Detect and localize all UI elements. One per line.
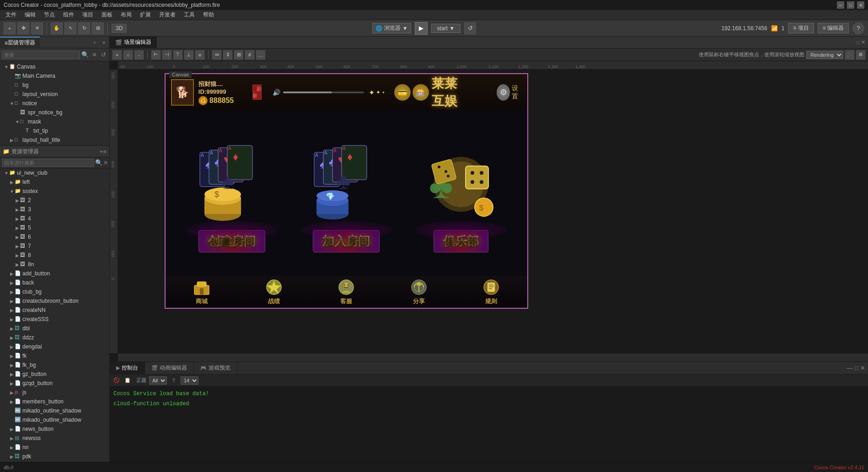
panel-settings-button[interactable]: ≡ (100, 39, 107, 46)
asset-tree-left[interactable]: ▶ 📁 left (0, 177, 109, 187)
tree-item-layout-hall-title[interactable]: ▶ □ layout_hall_title (0, 135, 109, 145)
sound-slider[interactable] (283, 91, 364, 93)
tab-game-preview[interactable]: 🎮 游戏预览 (194, 362, 237, 375)
console-font-size-select[interactable]: 14 (181, 376, 198, 385)
asset-createSSS[interactable]: ▶ 📄 createSSS (0, 315, 109, 324)
tree-item-main-camera[interactable]: 📷 Main Camera (0, 71, 109, 80)
toolbar-scale-button[interactable]: ⊞ (92, 22, 104, 34)
assets-list-button[interactable]: ≡ (104, 159, 107, 166)
footer-shop-button[interactable]: 商城 (179, 278, 225, 306)
hierarchy-filter-button[interactable]: ✕ (90, 51, 98, 59)
toolbar-3d-button[interactable]: 3D (112, 24, 127, 33)
asset-item-4[interactable]: ▶ 🖼 4 (0, 214, 109, 223)
help-button[interactable]: ? (852, 22, 864, 34)
asset-mikado1[interactable]: 🔤 mikado_outline_shadow (0, 406, 109, 415)
tab-console[interactable]: ▶ 控制台 (110, 362, 145, 375)
tree-item-spr-notice-bg[interactable]: 🖼 spr_notice_bg (0, 108, 109, 117)
hierarchy-refresh-button[interactable]: ↺ (99, 51, 107, 59)
camera-button[interactable]: 🎥 (845, 50, 854, 59)
toolbar-move-button[interactable]: ✥ (17, 22, 29, 34)
menu-help[interactable]: 帮助 (199, 10, 218, 20)
bottom-close-button[interactable]: ✕ (860, 365, 865, 371)
asset-gz-btn[interactable]: ▶ 📄 gz_button (0, 370, 109, 379)
asset-back[interactable]: ▶ 📄 back (0, 278, 109, 287)
scene-settings-button[interactable]: ⚙ (856, 50, 865, 59)
toolbar-rotate-button[interactable]: ↻ (78, 22, 90, 34)
menu-tools[interactable]: 工具 (180, 10, 198, 20)
zoom-fit-button[interactable]: ○ (123, 50, 133, 59)
tree-item-layout-version[interactable]: □ layout_version (0, 90, 109, 99)
footer-share-button[interactable]: 分享 (396, 278, 442, 306)
asset-pdk[interactable]: ▶ 🖼 pdk (0, 452, 109, 461)
tab-hierarchy[interactable]: ≡ 层级管理器 (0, 37, 40, 48)
distribute-h-button[interactable]: ⇔ (212, 50, 221, 59)
refresh-tag[interactable]: 刷新 (252, 85, 262, 100)
console-clear-button[interactable]: 🚫 (113, 376, 121, 385)
more-button[interactable]: … (256, 50, 265, 59)
browser-select[interactable]: 🌐 浏览器 ▼ (372, 23, 411, 33)
asset-item-5[interactable]: ▶ 🖼 5 (0, 223, 109, 232)
asset-dengdai[interactable]: ▶ 📄 dengdai (0, 342, 109, 351)
asset-item-6[interactable]: ▶ 🖼 6 (0, 232, 109, 241)
asset-mikado2[interactable]: 🔤 mikado_outline_shadow (0, 415, 109, 424)
play-button[interactable]: ▶ (415, 22, 428, 35)
menu-file[interactable]: 文件 (2, 10, 20, 20)
asset-item-3[interactable]: ▶ 🖼 3 (0, 205, 109, 214)
project-button[interactable]: ≡ 项目 (788, 23, 814, 33)
tab-scene-editor[interactable]: 🎬 场景编辑器 (110, 37, 157, 48)
settings-button[interactable]: ⚙ (497, 84, 510, 101)
grid-button[interactable]: # (245, 50, 254, 59)
menu-layout[interactable]: 布局 (117, 10, 135, 20)
assets-search-button[interactable]: 🔍 (95, 159, 103, 166)
align-center-button[interactable]: ⊣ (162, 50, 171, 59)
console-filter-button[interactable]: 📋 (123, 376, 132, 385)
menu-component[interactable]: 组件 (59, 10, 78, 20)
distribute-v-button[interactable]: ⇕ (223, 50, 232, 59)
toolbar-select-button[interactable]: ↖ (64, 22, 76, 34)
assets-search-input[interactable] (2, 159, 94, 167)
snap-button[interactable]: ⊞ (234, 50, 243, 59)
asset-newsss[interactable]: ▶ ▤ newsss (0, 434, 109, 443)
align-right-button[interactable]: ⊤ (173, 50, 182, 59)
asset-tree-ssstex[interactable]: ▼ 📁 ssstex (0, 187, 109, 196)
rendering-select[interactable]: Rendering (806, 51, 843, 59)
hierarchy-search-button[interactable]: 🔍 (81, 51, 89, 59)
assets-settings-button[interactable]: ≡ (103, 148, 107, 155)
menu-node[interactable]: 节点 (40, 10, 59, 20)
asset-news-btn[interactable]: ▶ 📄 news_button (0, 424, 109, 434)
asset-tree-ui-new-ciub[interactable]: ▼ 📁 ui_new_ciub (0, 168, 109, 177)
tree-item-bg[interactable]: □ bg (0, 80, 109, 90)
footer-service-button[interactable]: 客服 (323, 278, 369, 306)
asset-gzqd-btn[interactable]: ▶ 📄 gzqd_button (0, 379, 109, 388)
menu-extend[interactable]: 扩展 (136, 10, 155, 20)
menu-developer[interactable]: 开发者 (155, 10, 179, 20)
zoom-out-button[interactable]: - (134, 50, 144, 59)
toolbar-delete-button[interactable]: ✕ (31, 22, 43, 34)
close-button[interactable]: ✕ (857, 1, 864, 9)
align-top-button[interactable]: ⊥ (184, 50, 193, 59)
toolbar-add-button[interactable]: + (4, 22, 16, 34)
asset-item-8n[interactable]: ▶ 🖼 8n (0, 260, 109, 269)
club-button[interactable]: ♣ $ (411, 139, 511, 252)
create-room-button[interactable]: ♠ A ♣ A ♥ A ♦ A (182, 139, 282, 252)
maximize-button[interactable]: □ (847, 1, 854, 9)
refresh-button[interactable]: ↺ (464, 22, 476, 34)
console-text-size-button[interactable]: T (170, 376, 178, 385)
asset-item-8[interactable]: ▶ 🖼 8 (0, 251, 109, 260)
tree-item-txt-tip[interactable]: T txt_tip (0, 126, 109, 135)
asset-club-bg[interactable]: ▶ 📄 club_bg (0, 287, 109, 296)
asset-ddzz[interactable]: ▶ 🖼 ddzz (0, 333, 109, 342)
tab-animation[interactable]: 🎬 动画编辑器 (145, 362, 194, 375)
align-bottom-button[interactable]: ≡ (195, 50, 204, 59)
menu-project[interactable]: 项目 (79, 10, 97, 20)
scene-maximize-button[interactable]: □ (856, 40, 859, 45)
asset-createclubroom-btn[interactable]: ▶ 📄 createclubroom_button (0, 296, 109, 306)
footer-rules-button[interactable]: 规则 (468, 278, 514, 306)
asset-members-btn[interactable]: ▶ 📄 members_button (0, 397, 109, 406)
menu-edit[interactable]: 编辑 (21, 10, 39, 20)
start-select[interactable]: start ▼ (431, 24, 461, 33)
align-left-button[interactable]: ⊢ (151, 50, 161, 59)
join-room-button[interactable]: ♠ A ♣ A ♥ A ♦ A (296, 139, 396, 252)
asset-item-2[interactable]: ▶ 🖼 2 (0, 196, 109, 205)
asset-fk[interactable]: ▶ 📄 fk (0, 351, 109, 360)
